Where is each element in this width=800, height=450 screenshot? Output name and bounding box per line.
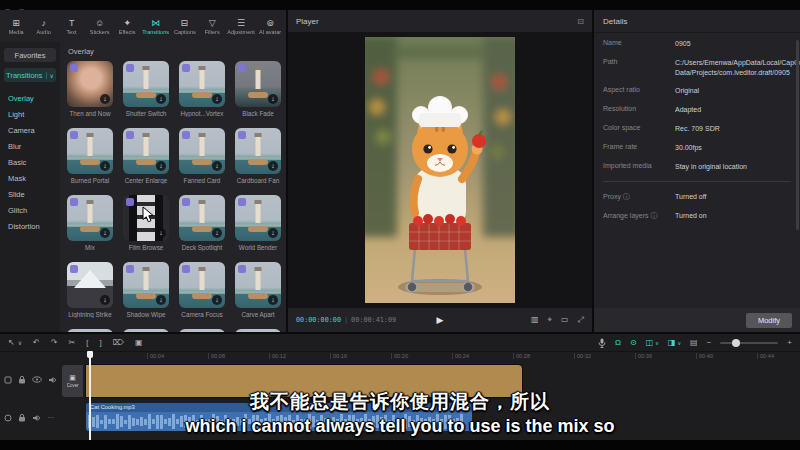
details-scrollbar[interactable]: [796, 40, 799, 230]
timeline-ruler[interactable]: 00:0400:0800:1200:1600:2000:2400:2800:32…: [86, 351, 800, 363]
link-chevron-icon[interactable]: ∨: [655, 340, 659, 346]
transition-thumb[interactable]: ↓: [179, 262, 225, 308]
collect-icon[interactable]: [70, 64, 78, 72]
hide-track-icon[interactable]: [32, 376, 42, 383]
fullscreen-icon[interactable]: ⤢: [578, 315, 584, 325]
sidebar-item-light[interactable]: Light: [4, 106, 56, 122]
tab-stickers[interactable]: ☺Stickers: [86, 18, 114, 35]
cover-button[interactable]: ▣ Cover: [62, 365, 83, 397]
timeline-zoom-slider[interactable]: [720, 342, 778, 344]
download-icon[interactable]: ↓: [268, 161, 278, 171]
sidebar-item-mask[interactable]: Mask: [4, 170, 56, 186]
collect-icon[interactable]: [238, 64, 246, 72]
download-icon[interactable]: ↓: [100, 295, 110, 305]
tab-transitions[interactable]: ⋈Transitions: [141, 18, 170, 35]
select-tool-icon[interactable]: ↖: [8, 338, 15, 347]
sidebar-item-basic[interactable]: Basic: [4, 154, 56, 170]
sidebar-item-camera[interactable]: Camera: [4, 122, 56, 138]
record-voiceover-icon[interactable]: [598, 338, 606, 348]
transition-thumb[interactable]: ↓: [179, 329, 225, 332]
download-icon[interactable]: ↓: [100, 161, 110, 171]
transition-thumb[interactable]: ↓: [179, 128, 225, 174]
transition-thumb[interactable]: ↓: [67, 128, 113, 174]
download-icon[interactable]: ↓: [268, 94, 278, 104]
transition-thumb[interactable]: ↓: [67, 329, 113, 332]
lock-icon[interactable]: [18, 375, 26, 384]
tab-media[interactable]: ⊞Media: [2, 18, 30, 35]
video-clip[interactable]: [86, 365, 522, 397]
preview-axis-icon[interactable]: ◨: [668, 338, 676, 347]
download-icon[interactable]: ↓: [156, 295, 166, 305]
sidebar-item-distortion[interactable]: Distortion: [4, 218, 56, 234]
transition-thumb[interactable]: ↓: [235, 262, 281, 308]
download-icon[interactable]: ↓: [100, 94, 110, 104]
download-icon[interactable]: ↓: [156, 228, 166, 238]
download-icon[interactable]: ↓: [156, 161, 166, 171]
play-button[interactable]: ▶: [437, 315, 444, 325]
mute-track-icon[interactable]: [48, 376, 57, 384]
transition-thumb[interactable]: ↓: [67, 262, 113, 308]
download-icon[interactable]: ↓: [212, 161, 222, 171]
download-icon[interactable]: ↓: [212, 94, 222, 104]
motion-preview-icon[interactable]: ⌖: [548, 315, 553, 325]
tab-effects[interactable]: ✦Effects: [113, 18, 141, 35]
transitions-category-button[interactable]: Transitions ∨: [4, 68, 56, 82]
trim-left-icon[interactable]: [: [86, 338, 88, 347]
select-tool-chevron-icon[interactable]: ∨: [18, 339, 22, 346]
collect-icon[interactable]: [126, 198, 134, 206]
link-clips-icon[interactable]: ◫: [646, 338, 654, 347]
collect-icon[interactable]: [182, 265, 190, 273]
display-quality-icon[interactable]: ▥: [531, 315, 539, 325]
auto-snap-icon[interactable]: ⊙: [630, 338, 637, 347]
tab-audio[interactable]: ♪Audio: [30, 18, 58, 35]
transition-thumb[interactable]: ↓: [123, 329, 169, 332]
download-icon[interactable]: ↓: [100, 228, 110, 238]
sidebar-item-slide[interactable]: Slide: [4, 186, 56, 202]
playhead[interactable]: [89, 351, 91, 440]
more-options-icon[interactable]: ⋯: [47, 414, 54, 422]
transition-thumb[interactable]: ↓: [235, 329, 281, 332]
undo-icon[interactable]: ↶: [33, 338, 40, 347]
collect-icon[interactable]: [238, 131, 246, 139]
tab-captions[interactable]: ⊟Captions: [170, 18, 198, 35]
redo-icon[interactable]: ↷: [51, 338, 58, 347]
magnet-snap-icon[interactable]: Ω: [615, 338, 621, 347]
player-menu-icon[interactable]: ⊡: [577, 17, 584, 26]
transition-thumb[interactable]: ↓: [235, 61, 281, 107]
download-icon[interactable]: ↓: [268, 228, 278, 238]
zoom-in-icon[interactable]: +: [787, 338, 792, 347]
preview-axis-chevron-icon[interactable]: ∨: [677, 340, 681, 346]
tab-text[interactable]: TText: [58, 18, 86, 35]
transition-thumb[interactable]: ↓: [235, 195, 281, 241]
audio-clip[interactable]: Cat Cooking.mp3: [86, 403, 472, 431]
lock-icon[interactable]: [18, 413, 26, 422]
collect-icon[interactable]: [126, 265, 134, 273]
sidebar-item-overlay[interactable]: Overlay: [4, 90, 56, 106]
delete-icon[interactable]: ⌦: [113, 338, 124, 347]
crop-icon[interactable]: ▣: [135, 338, 143, 347]
split-icon[interactable]: ✂: [69, 338, 76, 347]
transition-thumb[interactable]: ↓: [123, 61, 169, 107]
collect-icon[interactable]: [70, 265, 78, 273]
tab-filters[interactable]: ▽Filters: [198, 18, 226, 35]
download-icon[interactable]: ↓: [268, 295, 278, 305]
tab-adjustment[interactable]: ☰Adjustment: [226, 18, 256, 35]
collect-icon[interactable]: [238, 198, 246, 206]
collect-icon[interactable]: [126, 131, 134, 139]
collect-icon[interactable]: [238, 265, 246, 273]
speaker-icon[interactable]: [32, 414, 41, 422]
transition-thumb[interactable]: ↓: [123, 262, 169, 308]
collect-icon[interactable]: [182, 64, 190, 72]
transition-thumb[interactable]: ↓: [179, 195, 225, 241]
aspect-ratio-icon[interactable]: ▭: [561, 315, 569, 325]
transition-thumb[interactable]: ↓: [67, 61, 113, 107]
sidebar-item-blur[interactable]: Blur: [4, 138, 56, 154]
tab-ai_avatar[interactable]: ⊚AI avatar: [256, 18, 284, 35]
transition-thumb[interactable]: ↓: [123, 128, 169, 174]
transition-thumb[interactable]: ↓: [235, 128, 281, 174]
sidebar-item-glitch[interactable]: Glitch: [4, 202, 56, 218]
frame-preview-icon[interactable]: ▤: [690, 338, 698, 347]
download-icon[interactable]: ↓: [212, 295, 222, 305]
collect-icon[interactable]: [126, 64, 134, 72]
modify-button[interactable]: Modify: [746, 313, 792, 328]
